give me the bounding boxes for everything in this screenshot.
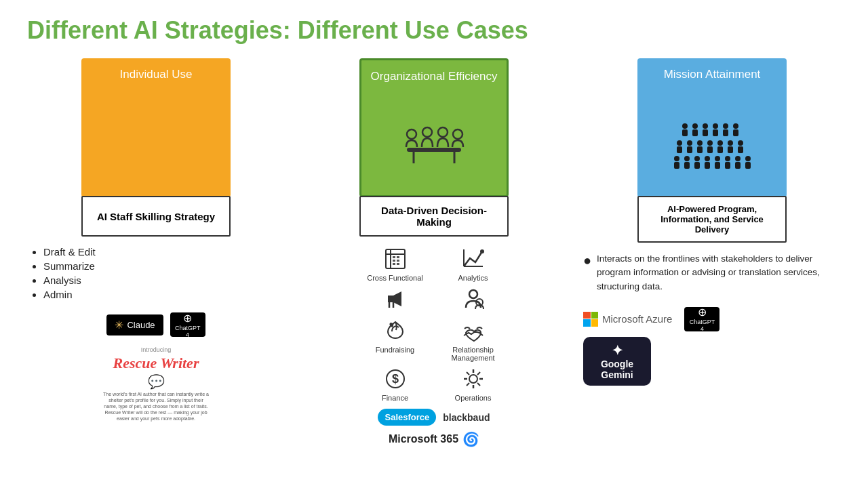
svg-point-51 xyxy=(697,140,703,146)
operations-icon xyxy=(460,366,486,392)
org-logo-row-2: Microsoft 365 🌀 xyxy=(389,431,479,447)
ms-squares-icon xyxy=(583,312,598,327)
blackbaud-logo: blackbaud xyxy=(443,412,490,423)
svg-point-63 xyxy=(684,156,690,161)
svg-point-49 xyxy=(687,140,692,146)
svg-point-35 xyxy=(682,123,688,129)
svg-point-55 xyxy=(717,140,723,146)
claude-label: Claude xyxy=(127,320,155,330)
svg-point-75 xyxy=(745,156,751,161)
gemini-logo: ✦ Google Gemini xyxy=(583,337,651,386)
individual-title: Individual Use xyxy=(120,68,193,81)
svg-rect-38 xyxy=(692,129,698,136)
svg-point-34 xyxy=(469,375,477,383)
svg-point-69 xyxy=(715,156,720,161)
svg-point-57 xyxy=(728,140,733,146)
org-logos: Salesforce blackbaud Microsoft 365 🌀 xyxy=(305,409,563,447)
rescue-writer-text: Rescue Writer xyxy=(102,354,210,372)
hr-icon xyxy=(460,286,486,312)
svg-point-12 xyxy=(422,127,432,137)
chatgpt-logo: ⊕ ChatGPT 4 xyxy=(170,312,205,337)
mission-description-container: ● Interacts on the frontlines with stake… xyxy=(583,252,841,293)
svg-rect-76 xyxy=(745,162,751,169)
svg-rect-48 xyxy=(677,146,682,153)
chatgpt-icon: ⊕ xyxy=(183,312,192,325)
svg-rect-18 xyxy=(393,256,395,258)
meeting-icon xyxy=(397,117,471,168)
columns-container: Individual Use xyxy=(27,58,841,447)
svg-rect-74 xyxy=(735,162,741,169)
individual-label: AI Staff Skilling Strategy xyxy=(81,196,231,237)
svg-point-45 xyxy=(733,123,738,129)
chatgpt-label-right: ChatGPT 4 xyxy=(690,319,715,332)
svg-point-39 xyxy=(703,123,708,129)
svg-rect-8 xyxy=(407,148,461,152)
svg-point-24 xyxy=(480,249,484,253)
copilot-icon: 🌀 xyxy=(462,431,479,447)
salesforce-logo: Salesforce xyxy=(378,409,436,426)
relationship-management-icon xyxy=(460,318,486,344)
analytics-label: Analytics xyxy=(458,274,488,282)
svg-rect-22 xyxy=(393,263,395,265)
column-mission: Mission Attainment xyxy=(583,58,841,386)
svg-rect-68 xyxy=(705,162,710,169)
svg-point-65 xyxy=(694,156,700,161)
mission-logos: Microsoft Azure ⊕ ChatGPT 4 ✦ Google Gem… xyxy=(583,307,841,386)
svg-rect-54 xyxy=(707,146,713,153)
svg-rect-44 xyxy=(723,129,728,136)
svg-rect-21 xyxy=(397,260,399,262)
marketing-cell xyxy=(359,286,431,314)
bullet-item: Summarize xyxy=(43,260,285,272)
svg-point-71 xyxy=(725,156,730,161)
ms-square-green xyxy=(591,312,599,319)
svg-rect-58 xyxy=(728,146,733,153)
individual-logos: ✳ Claude ⊕ ChatGPT 4 Introducing Rescue … xyxy=(27,312,285,422)
chatgpt-label: ChatGPT 4 xyxy=(175,325,200,338)
org-icon-grid: Cross Functional Analytics xyxy=(359,246,509,402)
fundraising-label: Fundraising xyxy=(376,346,414,354)
azure-row: Microsoft Azure ⊕ ChatGPT 4 xyxy=(583,307,841,331)
analytics-icon xyxy=(460,246,486,272)
fundraising-icon xyxy=(382,318,408,344)
svg-rect-64 xyxy=(684,162,690,169)
rescue-intro: Introducing xyxy=(141,346,172,353)
operations-cell: Operations xyxy=(437,366,509,402)
svg-rect-50 xyxy=(687,146,692,153)
ms365-logo: Microsoft 365 🌀 xyxy=(389,431,479,447)
cross-functional-icon xyxy=(382,246,408,272)
mission-title: Mission Attainment xyxy=(664,68,761,81)
organizational-box: Organizational Efficiency xyxy=(359,58,509,197)
org-logo-row-1: Salesforce blackbaud xyxy=(378,409,490,426)
svg-point-13 xyxy=(438,127,448,137)
svg-point-11 xyxy=(407,129,416,139)
individual-bullets: Draft & Edit Summarize Analysis Admin xyxy=(27,246,285,303)
svg-point-43 xyxy=(723,123,728,129)
operations-label: Operations xyxy=(455,394,492,402)
ms-square-yellow xyxy=(591,319,599,327)
bullet-item: Draft & Edit xyxy=(43,246,285,258)
rescue-writer-logo: Introducing Rescue Writer 💬 The world's … xyxy=(102,342,210,422)
svg-point-14 xyxy=(453,129,462,139)
bullet-dot: ● xyxy=(583,250,591,293)
bullet-item: Analysis xyxy=(43,274,285,286)
organizational-label: Data-Driven Decision-Making xyxy=(359,196,509,237)
mission-icon-area xyxy=(671,88,753,197)
hr-cell xyxy=(437,286,509,314)
organizational-title: Organizational Efficiency xyxy=(371,70,498,83)
svg-rect-56 xyxy=(717,146,723,153)
gemini-label: Google Gemini xyxy=(593,359,642,380)
svg-point-47 xyxy=(677,140,682,146)
svg-rect-19 xyxy=(397,256,399,258)
svg-rect-42 xyxy=(713,129,718,136)
svg-rect-40 xyxy=(703,129,708,136)
svg-rect-70 xyxy=(715,162,720,169)
finance-cell: $ Finance xyxy=(359,366,431,402)
organizational-icon-area xyxy=(397,90,471,195)
svg-point-53 xyxy=(707,140,713,146)
svg-rect-15 xyxy=(386,249,405,268)
mission-label: AI-Powered Program, Information, and Ser… xyxy=(637,196,787,243)
mission-description: Interacts on the frontlines with stakeho… xyxy=(597,252,841,293)
column-individual: Individual Use xyxy=(27,58,285,422)
svg-rect-60 xyxy=(738,146,743,153)
finance-icon: $ xyxy=(382,366,408,392)
